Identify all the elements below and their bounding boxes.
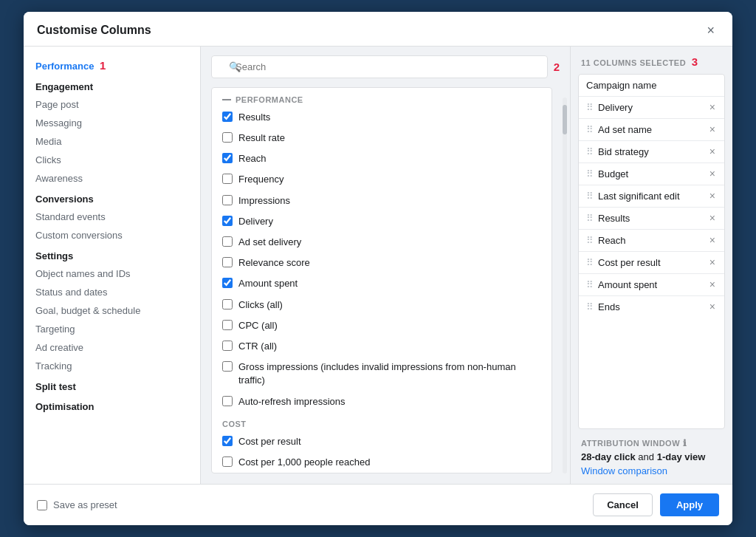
remove-delivery-button[interactable]: × <box>708 102 717 112</box>
drag-handle-amount-spent[interactable]: ⠿ <box>586 279 594 290</box>
sidebar-item-tracking[interactable]: Tracking <box>24 357 200 375</box>
selected-item-bid-strategy: ⠿ Bid strategy × <box>579 141 724 163</box>
checkbox-auto-refresh[interactable] <box>222 396 233 406</box>
sidebar-section-engagement: Engagement <box>24 75 200 95</box>
remove-budget-button[interactable]: × <box>708 168 717 179</box>
check-amount-spent[interactable]: Amount spent <box>222 273 541 294</box>
sidebar-item-awareness[interactable]: Awareness <box>24 169 200 188</box>
drag-handle-cost-per-result[interactable]: ⠿ <box>586 257 594 268</box>
save-preset-label[interactable]: Save as preset <box>53 499 117 510</box>
checkbox-cost-per-result[interactable] <box>222 436 233 446</box>
check-cost-per-1000[interactable]: Cost per 1,000 people reached <box>222 452 541 473</box>
label-results: Results <box>238 111 270 124</box>
sidebar-item-messaging[interactable]: Messaging <box>24 114 200 132</box>
middle-panel: 🔍 2 PERFORMANCE R <box>201 47 570 484</box>
save-preset-area: Save as preset <box>37 499 117 510</box>
check-result-rate[interactable]: Result rate <box>222 128 541 148</box>
remove-results-button[interactable]: × <box>708 213 717 223</box>
cost-label-text: COST <box>222 420 247 428</box>
selected-item-cost-per-result: ⠿ Cost per result × <box>579 252 724 274</box>
attribution-info-icon[interactable]: ℹ <box>683 438 687 448</box>
sidebar-item-standard-events[interactable]: Standard events <box>24 208 200 226</box>
drag-handle-bid-strategy[interactable]: ⠿ <box>586 146 594 157</box>
checkbox-delivery[interactable] <box>222 216 233 226</box>
remove-ends-button[interactable]: × <box>708 301 717 312</box>
check-cost-per-result[interactable]: Cost per result <box>222 431 541 452</box>
apply-button[interactable]: Apply <box>660 493 719 516</box>
remove-amount-spent-button[interactable]: × <box>708 279 717 290</box>
drag-handle-delivery[interactable]: ⠿ <box>586 102 594 113</box>
window-comparison-link[interactable]: Window comparison <box>581 465 667 476</box>
drag-handle-ad-set-name[interactable]: ⠿ <box>586 124 594 135</box>
checkbox-gross-impressions[interactable] <box>222 361 233 372</box>
cancel-button[interactable]: Cancel <box>593 493 653 516</box>
sidebar-number-1: 1 <box>100 59 106 72</box>
checkbox-amount-spent[interactable] <box>222 278 233 288</box>
sidebar-section-optimisation: Optimisation <box>24 395 200 415</box>
remove-last-sig-edit-button[interactable]: × <box>708 191 717 201</box>
remove-bid-strategy-button[interactable]: × <box>708 146 717 157</box>
dialog-footer: Save as preset Cancel Apply <box>24 484 732 525</box>
attribution-title: ATTRIBUTION WINDOW ℹ <box>581 438 722 448</box>
sidebar-item-custom-conversions[interactable]: Custom conversions <box>24 226 200 244</box>
checklist-inner: PERFORMANCE Results Result rate Re <box>211 87 552 473</box>
check-impressions[interactable]: Impressions <box>222 191 541 211</box>
label-amount-spent: Amount spent <box>238 277 298 290</box>
checkbox-result-rate[interactable] <box>222 132 233 143</box>
check-ctr-all[interactable]: CTR (all) <box>222 336 541 357</box>
checkbox-results[interactable] <box>222 112 233 122</box>
dialog-title: Customise Columns <box>37 24 151 37</box>
selected-item-amount-spent: ⠿ Amount spent × <box>579 274 724 296</box>
selected-item-ends: ⠿ Ends × <box>579 296 724 318</box>
sidebar-item-status-dates[interactable]: Status and dates <box>24 283 200 301</box>
sidebar-item-ad-creative[interactable]: Ad creative <box>24 338 200 357</box>
checkbox-cpc-all[interactable] <box>222 320 233 330</box>
remove-ad-set-name-button[interactable]: × <box>708 124 717 134</box>
selected-item-campaign-name: Campaign name <box>579 75 724 97</box>
drag-handle-results[interactable]: ⠿ <box>586 213 594 224</box>
checkbox-ctr-all[interactable] <box>222 341 233 351</box>
check-reach[interactable]: Reach <box>222 148 541 169</box>
label-delivery: Delivery <box>238 215 273 228</box>
remove-reach-button[interactable]: × <box>708 235 717 245</box>
checkbox-frequency[interactable] <box>222 174 233 184</box>
sidebar-item-media[interactable]: Media <box>24 132 200 151</box>
drag-handle-budget[interactable]: ⠿ <box>586 168 594 179</box>
checkbox-relevance-score[interactable] <box>222 257 233 267</box>
sidebar-item-goal-budget[interactable]: Goal, budget & schedule <box>24 301 200 320</box>
remove-cost-per-result-button[interactable]: × <box>708 257 717 267</box>
checkbox-ad-set-delivery[interactable] <box>222 236 233 247</box>
search-input[interactable] <box>211 55 548 78</box>
label-auto-refresh: Auto-refresh impressions <box>238 395 346 408</box>
check-delivery[interactable]: Delivery <box>222 211 541 232</box>
sidebar-item-object-names[interactable]: Object names and IDs <box>24 264 200 283</box>
attribution-click: 28-day click <box>581 451 636 462</box>
check-cpc-all[interactable]: CPC (all) <box>222 315 541 336</box>
selected-label-cost-per-result: Cost per result <box>598 257 704 268</box>
check-relevance-score[interactable]: Relevance score <box>222 253 541 273</box>
label-ctr-all: CTR (all) <box>238 340 277 353</box>
drag-handle-reach[interactable]: ⠿ <box>586 235 594 246</box>
label-frequency: Frequency <box>238 173 284 186</box>
sidebar-item-clicks[interactable]: Clicks <box>24 151 200 169</box>
right-panel-header: 11 COLUMNS SELECTED 3 <box>571 47 732 74</box>
close-button[interactable]: × <box>702 22 719 38</box>
sidebar-item-targeting[interactable]: Targeting <box>24 320 200 338</box>
checkbox-reach[interactable] <box>222 153 233 163</box>
checkbox-cost-per-1000[interactable] <box>222 456 233 467</box>
save-preset-checkbox[interactable] <box>37 500 47 510</box>
check-clicks-all[interactable]: Clicks (all) <box>222 295 541 315</box>
sidebar-item-performance[interactable]: Performance 1 <box>24 55 200 75</box>
drag-handle-last-sig-edit[interactable]: ⠿ <box>586 191 594 202</box>
sidebar-item-page-post[interactable]: Page post <box>24 95 200 114</box>
checkbox-clicks-all[interactable] <box>222 299 233 309</box>
check-auto-refresh[interactable]: Auto-refresh impressions <box>222 391 541 412</box>
attribution-value: 28-day click and 1-day view <box>581 451 722 462</box>
check-frequency[interactable]: Frequency <box>222 169 541 190</box>
check-gross-impressions[interactable]: Gross impressions (includes invalid impr… <box>222 357 541 391</box>
check-results[interactable]: Results <box>222 107 541 128</box>
selected-item-ad-set-name: ⠿ Ad set name × <box>579 119 724 141</box>
checkbox-impressions[interactable] <box>222 195 233 205</box>
check-ad-set-delivery[interactable]: Ad set delivery <box>222 232 541 253</box>
drag-handle-ends[interactable]: ⠿ <box>586 301 594 312</box>
